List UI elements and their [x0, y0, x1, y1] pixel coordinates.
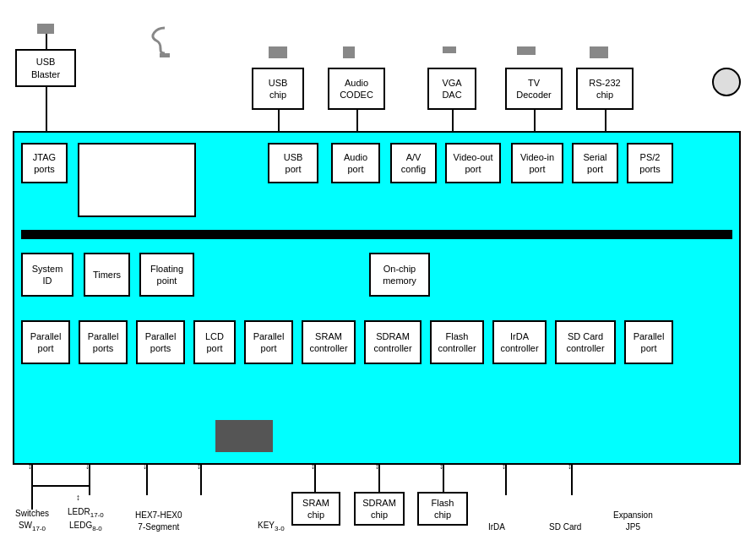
vga-dac-label: VGADAC — [442, 77, 461, 101]
parallel-ports-3-label: Parallelports — [145, 330, 177, 355]
arr9: ↕ — [568, 461, 572, 471]
irda-controller-label: IrDAcontroller — [500, 330, 538, 355]
sram-chip-box: SRAMchip — [291, 492, 340, 526]
audio-codec-box: AudioCODEC — [328, 68, 385, 110]
videoout-port-label: Video-outport — [454, 151, 493, 176]
horiz-conn-1 — [31, 485, 90, 487]
onchip-memory-box: On-chipmemory — [369, 253, 430, 297]
serial-port-box: Serialport — [572, 143, 618, 183]
ps2-connector-icon — [712, 68, 741, 96]
system-bus-bar — [21, 230, 732, 239]
usb-port-box: USBport — [268, 143, 318, 183]
tv-connector — [517, 46, 536, 55]
system-id-label: SystemID — [32, 263, 63, 287]
rs232-box: RS-232chip — [576, 68, 634, 110]
vga-dac-box: VGADAC — [427, 68, 476, 110]
tv-decoder-label: TVDecoder — [516, 77, 552, 101]
audio-port-label: Audioport — [344, 151, 367, 176]
ledr-ledg-label: LEDR17-0LEDG8-0 — [68, 506, 104, 533]
usb-chip-box: USBchip — [252, 68, 304, 110]
key-label: KEY3-0 — [258, 520, 285, 533]
parallel-port-4-label: Parallelport — [253, 330, 285, 355]
sram-chip-label: SRAMchip — [302, 497, 329, 521]
usb-blaster-box: USBBlaster — [15, 49, 76, 87]
parallel-port-4-box: Parallelport — [244, 320, 293, 364]
flash-controller-label: Flashcontroller — [438, 330, 476, 355]
audio-codec-label: AudioCODEC — [340, 77, 373, 101]
sdcard-controller-label: SD Cardcontroller — [566, 330, 604, 355]
parallel-ports-3-box: Parallelports — [136, 320, 185, 364]
ps2-ports-label: PS/2ports — [639, 151, 660, 176]
audio-port-box: Audioport — [331, 143, 380, 183]
onchip-memory-label: On-chipmemory — [383, 263, 416, 287]
sdram-chip-box: SDRAMchip — [354, 492, 405, 526]
nios-box — [78, 143, 196, 217]
av-config-label: A/Vconfig — [401, 151, 426, 176]
usb-blaster-label: USBBlaster — [31, 56, 60, 80]
rs232-line — [605, 110, 606, 134]
av-config-box: A/Vconfig — [390, 143, 437, 183]
ledr-arrow-indicator: ↕ — [76, 493, 80, 502]
switches-label: SwitchesSW17-0 — [15, 508, 49, 533]
flash-controller-box: Flashcontroller — [430, 320, 484, 364]
arr8: ↕ — [502, 461, 506, 471]
sdram-controller-label: SDRAMcontroller — [373, 330, 411, 355]
irda-bottom-label: IrDA — [488, 521, 505, 533]
sram-controller-box: SRAMcontroller — [302, 320, 356, 364]
arr5: ↕ — [311, 461, 315, 471]
tv-line — [534, 110, 536, 134]
vga-connector — [443, 46, 456, 53]
usb-chip-line — [278, 110, 280, 134]
parallel-ports-2-box: Parallelports — [79, 320, 128, 364]
sdcard-bottom-label: SD Card — [549, 521, 581, 533]
rs232-connector — [590, 46, 608, 58]
videoout-port-box: Video-outport — [445, 143, 501, 183]
jtag-ports-label: JTAGports — [33, 151, 56, 176]
usb-blaster-connector — [37, 24, 54, 34]
audio-connector — [343, 46, 355, 58]
audio-line — [356, 110, 358, 134]
tv-decoder-box: TVDecoder — [505, 68, 563, 110]
floating-point-label: Floatingpoint — [150, 263, 183, 287]
expansion-label: ExpansionJP5 — [613, 510, 653, 533]
svg-rect-0 — [160, 53, 170, 57]
sdram-chip-label: SDRAMchip — [362, 497, 396, 521]
parallel-port-1-box: Parallelport — [21, 320, 70, 364]
arr7: ↕ — [439, 461, 443, 471]
jtag-ports-box: JTAGports — [21, 143, 68, 183]
usb-blaster-line-up — [46, 32, 47, 51]
parallel-port-5-label: Parallelport — [634, 330, 665, 355]
irda-controller-box: IrDAcontroller — [492, 320, 547, 364]
usb-port-label: USBport — [284, 151, 303, 176]
main-board: JTAGports USBport Audioport A/Vconfig Vi… — [13, 131, 741, 465]
parallel-ports-2-label: Parallelports — [88, 330, 119, 355]
hex-label: HEX7-HEX07-Segment — [135, 510, 182, 533]
floating-point-box: Floatingpoint — [139, 253, 194, 297]
diagram-container: USBBlaster USBchip AudioCODEC VGADAC TVD… — [0, 0, 756, 540]
sdcard-controller-box: SD Cardcontroller — [555, 320, 616, 364]
arr2: ↓ — [85, 461, 90, 471]
system-id-box: SystemID — [21, 253, 73, 297]
usb-chip-label: USBchip — [269, 77, 288, 101]
sram-controller-label: SRAMcontroller — [309, 330, 347, 355]
lcd-port-box: LCDport — [193, 320, 236, 364]
usb-chip-connector — [269, 46, 287, 58]
vga-line — [452, 110, 454, 134]
timers-label: Timers — [93, 269, 121, 281]
flash-chip-label: Flashchip — [432, 497, 454, 521]
videoin-port-label: Video-inport — [520, 151, 554, 176]
arr3: ↓ — [143, 461, 147, 471]
arr1: ↕ — [28, 461, 32, 471]
ps2-ports-box: PS/2ports — [627, 143, 673, 183]
sdram-controller-box: SDRAMcontroller — [364, 320, 422, 364]
arr4: ↕ — [197, 461, 201, 471]
rs232-label: RS-232chip — [589, 77, 620, 101]
serial-port-label: Serialport — [583, 151, 606, 176]
usb-blaster-line-down — [46, 87, 47, 134]
arr6: ↕ — [375, 461, 379, 471]
usb-cable-icon — [139, 24, 190, 57]
parallel-port-1-label: Parallelport — [30, 330, 62, 355]
parallel-port-5-box: Parallelport — [624, 320, 673, 364]
videoin-port-box: Video-inport — [511, 143, 563, 183]
lcd-display — [215, 420, 273, 452]
